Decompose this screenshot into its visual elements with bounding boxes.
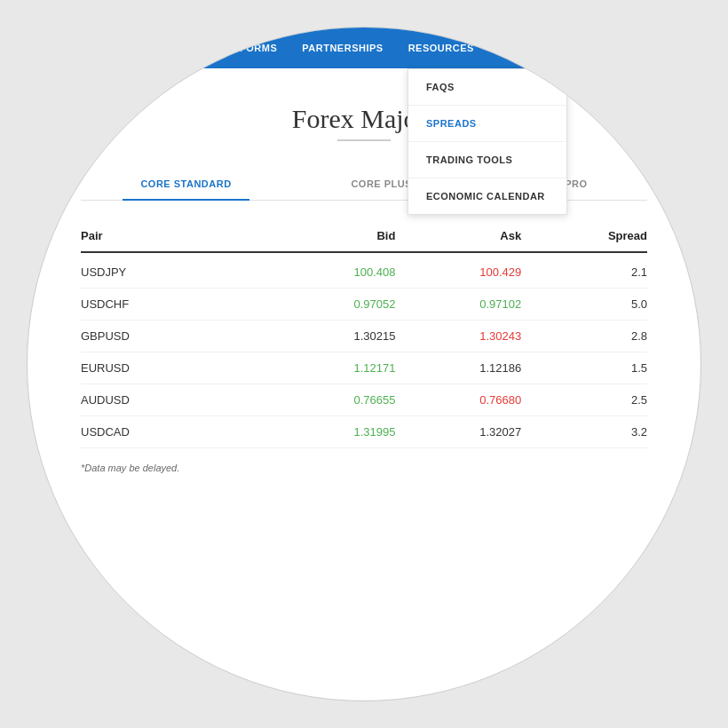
cell-pair-0: USDJPY: [81, 265, 270, 279]
table-row: EURUSD 1.12171 1.12186 1.5: [81, 352, 647, 384]
table-row: USDCAD 1.31995 1.32027 3.2: [81, 416, 647, 448]
cell-spread-2: 2.8: [521, 329, 647, 343]
resources-dropdown: FAQS SPREADS TRADING TOOLS ECONOMIC CALE…: [408, 68, 567, 215]
cell-ask-5: 1.32027: [395, 425, 521, 439]
table-row: AUDUSD 0.76655 0.76680 2.5: [81, 384, 647, 416]
cell-bid-1: 0.97052: [270, 297, 396, 311]
main-content: Forex Majors CORE STANDARD CORE PLUS COR…: [28, 68, 700, 500]
nav-item-range-of-markets[interactable]: RANGE OF MARKETS: [79, 43, 189, 53]
table-header: Pair Bid Ask Spread: [81, 222, 647, 253]
dropdown-item-spreads[interactable]: SPREADS: [408, 106, 566, 142]
forex-table: Pair Bid Ask Spread USDJPY 100.408 100.4…: [81, 222, 647, 448]
cell-bid-5: 1.31995: [270, 425, 396, 439]
col-header-bid: Bid: [270, 229, 396, 242]
col-header-spread: Spread: [521, 229, 647, 242]
cell-spread-3: 1.5: [521, 361, 647, 375]
dropdown-item-faqs[interactable]: FAQS: [408, 69, 566, 106]
cell-spread-1: 5.0: [521, 297, 647, 311]
cell-pair-1: USDCHF: [81, 297, 270, 311]
main-circle: M RANGE OF MARKETS PLATFORMS PARTNERSHIP…: [27, 27, 701, 701]
cell-bid-4: 0.76655: [270, 393, 396, 407]
cell-spread-4: 2.5: [521, 393, 647, 407]
nav-items: M RANGE OF MARKETS PLATFORMS PARTNERSHIP…: [45, 43, 474, 53]
cell-ask-4: 0.76680: [395, 393, 521, 407]
cell-bid-2: 1.30215: [270, 329, 396, 343]
nav-item-platforms[interactable]: PLATFORMS: [213, 43, 277, 53]
cell-pair-3: EURUSD: [81, 361, 270, 375]
cell-pair-2: GBPUSD: [81, 329, 270, 343]
col-header-ask: Ask: [395, 229, 521, 242]
navigation-bar: M RANGE OF MARKETS PLATFORMS PARTNERSHIP…: [28, 28, 700, 68]
nav-item-resources[interactable]: RESOURCES: [408, 43, 474, 53]
cell-bid-0: 100.408: [270, 265, 396, 279]
cell-ask-0: 100.429: [395, 265, 521, 279]
nav-item-partnerships[interactable]: PARTNERSHIPS: [302, 43, 383, 53]
cell-bid-3: 1.12171: [270, 361, 396, 375]
dropdown-item-economic-calendar[interactable]: ECONOMIC CALENDAR: [408, 178, 566, 214]
tab-core-standard[interactable]: CORE STANDARD: [123, 168, 249, 200]
table-row: USDCHF 0.97052 0.97102 5.0: [81, 289, 647, 320]
dropdown-item-trading-tools[interactable]: TRADING TOOLS: [408, 142, 566, 178]
cell-ask-2: 1.30243: [395, 329, 521, 343]
cell-spread-5: 3.2: [521, 425, 647, 439]
table-row: GBPUSD 1.30215 1.30243 2.8: [81, 320, 647, 352]
cell-pair-4: AUDUSD: [81, 393, 270, 407]
cell-pair-5: USDCAD: [81, 425, 270, 439]
nav-item-m[interactable]: M: [45, 43, 54, 53]
table-rows: USDJPY 100.408 100.429 2.1 USDCHF 0.9705…: [81, 257, 647, 448]
title-underline: [337, 139, 391, 141]
cell-ask-3: 1.12186: [395, 361, 521, 375]
footnote: *Data may be delayed.: [81, 463, 647, 473]
cell-spread-0: 2.1: [521, 265, 647, 279]
table-row: USDJPY 100.408 100.429 2.1: [81, 257, 647, 289]
cell-ask-1: 0.97102: [395, 297, 521, 311]
col-header-pair: Pair: [81, 229, 270, 242]
